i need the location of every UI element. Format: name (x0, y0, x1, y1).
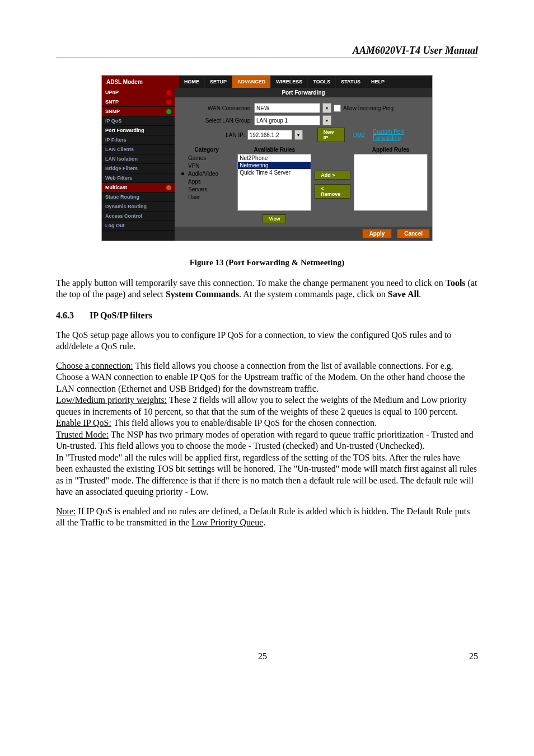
applied-rules-list[interactable] (354, 154, 428, 211)
radio-icon (179, 186, 186, 192)
radio-label: Apps (188, 179, 201, 185)
remove-button[interactable]: < Remove (315, 184, 350, 199)
section-heading: 4.6.3IP QoS/IP filters (56, 311, 478, 321)
paragraph-note: Note: If IP QoS is enabled and no rules … (56, 506, 478, 529)
category-radio-apps[interactable]: Apps (179, 177, 234, 185)
radio-label: Servers (188, 186, 207, 192)
sidebar-label: UPnP (105, 90, 119, 95)
status-dot-icon (166, 100, 171, 105)
sidebar-item-lan-clients[interactable]: LAN Clients (102, 145, 175, 154)
category-radio-user[interactable]: User (179, 193, 234, 201)
category-header: Category (179, 145, 234, 154)
sidebar-item-static-routing[interactable]: Static Routing (102, 192, 175, 202)
sidebar-label: Multicast (105, 185, 127, 190)
available-rules-header: Available Rules (237, 145, 311, 154)
screenshot-port-forwarding: ADSL Modem HOME SETUP ADVANCED WIRELESS … (101, 75, 433, 241)
radio-label: User (188, 194, 200, 200)
new-ip-button[interactable]: New IP (317, 128, 345, 142)
top-nav: ADSL Modem HOME SETUP ADVANCED WIRELESS … (102, 76, 432, 88)
dropdown-icon[interactable]: ▾ (322, 103, 331, 113)
cancel-button[interactable]: Cancel (397, 229, 430, 238)
sidebar-item-ipqos[interactable]: IP QoS (102, 116, 175, 126)
radio-label: VPN (188, 163, 200, 169)
radio-icon (179, 154, 186, 161)
tab-tools[interactable]: TOOLS (308, 76, 336, 88)
sidebar-label: Static Routing (105, 194, 139, 200)
sidebar-label: Log Out (105, 223, 125, 228)
sidebar-item-multicast[interactable]: Multicast (102, 183, 175, 192)
tab-advanced[interactable]: ADVANCED (232, 76, 271, 88)
rule-item-selected[interactable]: Netmeeting (238, 162, 311, 169)
category-radio-audiovideo[interactable]: Audio/Video (179, 170, 234, 177)
sidebar-item-port-forwarding[interactable]: Port Forwarding (102, 126, 175, 135)
status-dot-icon (166, 185, 171, 190)
paragraph-choose-connection: Choose a connection: This field allows y… (56, 360, 478, 395)
sidebar-label: Access Control (105, 213, 142, 219)
status-dot-icon (166, 109, 171, 114)
paragraph-apply: The apply button will temporarily save t… (56, 278, 478, 300)
apply-button[interactable]: Apply (362, 229, 392, 238)
wan-connection-label: WAN Connection: (179, 105, 252, 111)
sidebar-item-lan-isolation[interactable]: LAN Isolation (102, 154, 175, 164)
lan-ip-select[interactable]: 192.168.1.2 (247, 130, 292, 140)
sidebar-item-ip-filters[interactable]: IP Filters (102, 135, 175, 145)
sidebar-label: Port Forwarding (105, 128, 144, 133)
sidebar-item-access-control[interactable]: Access Control (102, 212, 175, 221)
dropdown-icon[interactable]: ▾ (322, 115, 331, 125)
status-dot-icon (166, 90, 171, 95)
paragraph-trusted-mode: Trusted Mode: The NSP has two primary mo… (56, 429, 478, 452)
allow-ping-label: Allow Incoming Ping (343, 105, 394, 111)
allow-ping-checkbox[interactable] (334, 105, 341, 112)
paragraph-intro: The QoS setup page allows you to configu… (56, 330, 478, 353)
sidebar-label: Dynamic Routing (105, 204, 147, 209)
sidebar-item-upnp[interactable]: UPnP (102, 88, 175, 97)
paragraph-trusted-detail: In "Trusted mode" all the rules will be … (56, 452, 478, 498)
sidebar-item-bridge-filters[interactable]: Bridge Filters (102, 164, 175, 173)
sidebar-item-log-out[interactable]: Log Out (102, 221, 175, 231)
paragraph-lowmed: Low/Medium priority weights: These 2 fie… (56, 395, 478, 417)
paragraph-enable-qos: Enable IP QoS: This field allows you to … (56, 417, 478, 429)
sidebar-item-dynamic-routing[interactable]: Dynamic Routing (102, 202, 175, 212)
sidebar: UPnP SNTP SNMP IP QoS Port Forwarding IP… (102, 88, 175, 241)
panel-footer: Apply Cancel (175, 227, 432, 241)
radio-icon (179, 194, 186, 200)
view-button[interactable]: View (263, 214, 286, 223)
page-footer: 25 25 (56, 651, 478, 661)
sidebar-label: LAN Clients (105, 147, 134, 152)
sidebar-label: SNTP (105, 99, 119, 105)
figure-caption: Figure 13 (Port Forwarding & Netmeeting) (56, 258, 478, 267)
sidebar-label: Web Filters (105, 175, 132, 181)
dropdown-icon[interactable]: ▾ (294, 130, 303, 140)
sidebar-label: IP Filters (105, 137, 127, 143)
tab-help[interactable]: HELP (366, 76, 390, 88)
lan-ip-label: LAN IP: (179, 132, 245, 138)
lan-group-select[interactable]: LAN group 1 (254, 115, 320, 125)
tab-setup[interactable]: SETUP (205, 76, 232, 88)
category-radio-games[interactable]: Games (179, 154, 234, 162)
sidebar-item-snmp[interactable]: SNMP (102, 107, 175, 116)
radio-label: Audio/Video (188, 171, 218, 177)
tab-status[interactable]: STATUS (336, 76, 366, 88)
category-radio-servers[interactable]: Servers (179, 185, 234, 193)
wan-connection-select[interactable]: NEW (254, 103, 320, 113)
radio-icon (179, 178, 186, 185)
sidebar-item-web-filters[interactable]: Web Filters (102, 173, 175, 183)
add-button[interactable]: Add > (315, 171, 350, 180)
radio-icon (179, 162, 186, 169)
radio-label: Games (188, 155, 206, 161)
available-rules-list[interactable]: Net2Phone Netmeeting Quick Time 4 Server (237, 154, 311, 211)
page-number-right: 25 (469, 651, 478, 661)
sidebar-label: IP QoS (105, 118, 121, 124)
rule-item[interactable]: Net2Phone (238, 154, 311, 162)
tab-home[interactable]: HOME (179, 76, 205, 88)
applied-rules-header: Applied Rules (354, 145, 428, 154)
tab-wireless[interactable]: WIRELESS (271, 76, 308, 88)
dmz-link[interactable]: DMZ (353, 132, 366, 138)
rule-item[interactable]: Quick Time 4 Server (238, 169, 311, 176)
page-header: AAM6020VI-T4 User Manual (56, 45, 478, 58)
brand-label: ADSL Modem (102, 76, 179, 88)
sidebar-item-sntp[interactable]: SNTP (102, 97, 175, 107)
category-radio-vpn[interactable]: VPN (179, 162, 234, 170)
main-panel: Port Forwarding WAN Connection: NEW ▾ Al… (175, 88, 432, 241)
custom-port-forwarding-link[interactable]: Custom Port Forwarding (373, 129, 428, 141)
